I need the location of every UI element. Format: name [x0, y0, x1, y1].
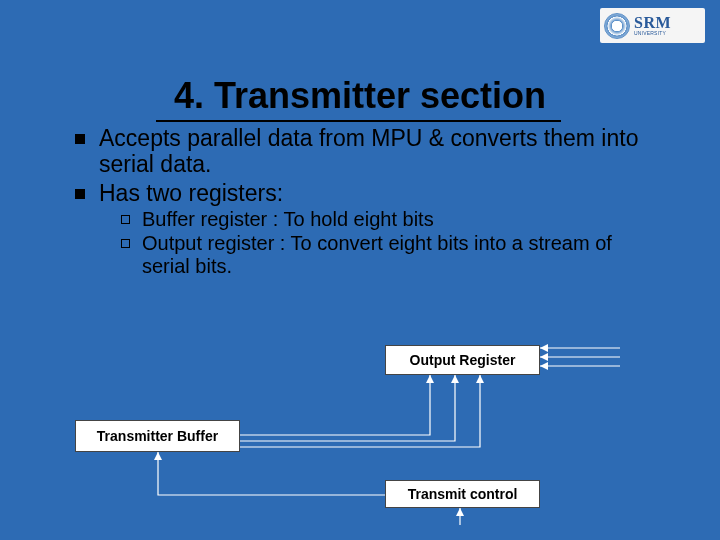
svg-marker-6	[426, 375, 434, 383]
bullet-text: Has two registers:	[99, 180, 283, 206]
bullet-text: Accepts parallel data from MPU & convert…	[99, 125, 665, 178]
svg-marker-8	[476, 375, 484, 383]
box-label: Output Register	[410, 352, 516, 368]
block-diagram: Output Register Transmitter Buffer Trans…	[0, 335, 720, 540]
srm-logo: SRM UNIVERSITY	[600, 8, 705, 43]
svg-marker-5	[540, 362, 548, 370]
svg-marker-3	[540, 353, 548, 361]
box-label: Transmitter Buffer	[97, 428, 218, 444]
sub-bullet-item: Output register : To convert eight bits …	[121, 232, 665, 278]
output-register-box: Output Register	[385, 345, 540, 375]
hollow-square-bullet-icon	[121, 215, 130, 224]
square-bullet-icon	[75, 134, 85, 144]
bullet-item: Has two registers:	[75, 180, 665, 206]
title-underline	[156, 120, 561, 122]
svg-marker-11	[456, 508, 464, 516]
slide-title: 4. Transmitter section	[0, 75, 720, 117]
logo-seal-icon	[604, 13, 630, 39]
transmit-control-box: Transmit control	[385, 480, 540, 508]
bullet-item: Accepts parallel data from MPU & convert…	[75, 125, 665, 178]
content-area: Accepts parallel data from MPU & convert…	[75, 125, 665, 279]
logo-subtext: UNIVERSITY	[634, 31, 671, 36]
sub-bullet-text: Output register : To convert eight bits …	[142, 232, 665, 278]
svg-marker-9	[154, 452, 162, 460]
transmitter-buffer-box: Transmitter Buffer	[75, 420, 240, 452]
box-label: Transmit control	[408, 486, 518, 502]
logo-text: SRM	[634, 15, 671, 31]
sub-bullet-item: Buffer register : To hold eight bits	[121, 208, 665, 231]
hollow-square-bullet-icon	[121, 239, 130, 248]
svg-marker-7	[451, 375, 459, 383]
square-bullet-icon	[75, 189, 85, 199]
svg-marker-1	[540, 344, 548, 352]
sub-bullet-text: Buffer register : To hold eight bits	[142, 208, 434, 231]
